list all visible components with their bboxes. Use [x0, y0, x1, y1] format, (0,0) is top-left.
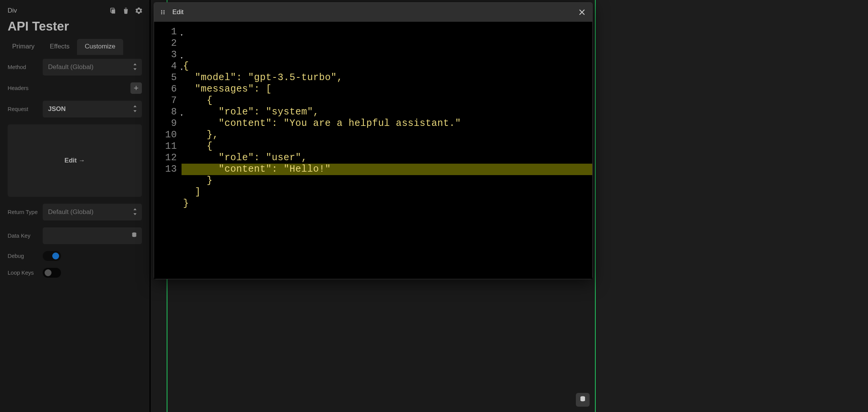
database-icon [131, 232, 137, 240]
gutter-line: 9 [154, 118, 182, 129]
gutter-line: 3▾ [154, 49, 182, 61]
select-request-type[interactable]: JSON [43, 101, 142, 117]
app-root: Div API Tester Primary Effects Customize [0, 0, 868, 412]
svg-point-6 [161, 13, 162, 14]
trash-icon[interactable] [122, 7, 130, 14]
empty-panels-column [596, 0, 868, 412]
row-data-key: Data Key [8, 227, 142, 244]
row-request: Request JSON [8, 101, 142, 117]
label-loop-keys: Loop Keys [8, 270, 43, 276]
code-line[interactable]: } [182, 198, 592, 209]
editor-title: Edit [172, 8, 183, 16]
chevron-updown-icon [133, 208, 137, 216]
code-line[interactable]: "model": "gpt-3.5-turbo", [182, 72, 592, 84]
drag-handle-icon[interactable] [160, 9, 166, 15]
gutter-line: 4▾ [154, 61, 182, 72]
close-icon[interactable] [578, 8, 586, 16]
chevron-updown-icon [133, 105, 137, 113]
customize-form: Method Default (Global) Headers + Reques… [0, 55, 149, 285]
data-panel-button[interactable] [576, 393, 590, 407]
inspector-header: Div [0, 0, 149, 16]
row-debug: Debug [8, 251, 142, 261]
label-return-type: Return Type [8, 209, 43, 215]
svg-point-8 [163, 11, 164, 13]
editor-code[interactable]: { "model": "gpt-3.5-turbo", "messages": … [182, 22, 592, 279]
gutter-line: 8▾ [154, 106, 182, 118]
code-line[interactable]: { [182, 95, 592, 106]
code-line[interactable]: "role": "system", [182, 106, 592, 118]
gutter-line: 12 [154, 152, 182, 164]
label-debug: Debug [8, 253, 43, 259]
gutter-line: 2 [154, 38, 182, 49]
input-data-key[interactable] [43, 227, 142, 244]
label-headers: Headers [8, 85, 43, 91]
gutter-line: 6 [154, 84, 182, 95]
select-return-type[interactable]: Default (Global) [43, 204, 142, 220]
request-body-edit-button[interactable]: Edit → [8, 124, 142, 197]
svg-point-9 [163, 13, 164, 14]
plus-icon: + [134, 83, 139, 93]
edit-button-label: Edit → [64, 157, 85, 164]
svg-point-4 [161, 10, 162, 11]
copy-icon[interactable] [109, 7, 117, 14]
label-data-key: Data Key [8, 233, 43, 239]
select-return-type-value: Default (Global) [48, 208, 93, 216]
code-line[interactable]: { [182, 61, 592, 72]
element-name: Div [8, 7, 17, 14]
code-line[interactable]: { [182, 141, 592, 152]
add-header-button[interactable]: + [130, 82, 142, 94]
gutter-line: 11 [154, 141, 182, 152]
svg-rect-0 [112, 10, 115, 14]
row-method: Method Default (Global) [8, 59, 142, 76]
inspector-header-actions [109, 7, 143, 14]
editor-titlebar: Edit [154, 3, 592, 22]
svg-point-5 [161, 11, 162, 13]
canvas-area: Edit 1▾23▾4▾5678▾910111213 { "model": "g… [151, 0, 596, 412]
code-line[interactable]: ] [182, 187, 592, 198]
row-return-type: Return Type Default (Global) [8, 204, 142, 220]
gutter-line: 7 [154, 95, 182, 106]
editor-gutter: 1▾23▾4▾5678▾910111213 [154, 22, 182, 279]
toggle-loop-keys[interactable] [43, 268, 61, 278]
code-line[interactable]: } [182, 175, 592, 187]
tab-primary[interactable]: Primary [5, 39, 42, 55]
select-request-value: JSON [48, 105, 66, 113]
code-line[interactable]: "content": "Hello!" [182, 164, 592, 175]
code-line[interactable]: "messages": [ [182, 84, 592, 95]
gutter-line: 10 [154, 129, 182, 141]
chevron-updown-icon [133, 63, 137, 71]
label-request: Request [8, 106, 43, 112]
code-line[interactable]: "content": "You are a helpful assistant.… [182, 118, 592, 129]
code-line[interactable]: "role": "user", [182, 152, 592, 164]
toggle-debug[interactable] [43, 251, 61, 261]
gutter-line: 5 [154, 72, 182, 84]
tab-effects[interactable]: Effects [42, 39, 77, 55]
gutter-line: 13 [154, 164, 182, 175]
gear-icon[interactable] [135, 7, 143, 14]
inspector-tabs: Primary Effects Customize [0, 39, 149, 55]
select-method-value: Default (Global) [48, 63, 93, 71]
code-editor-modal: Edit 1▾23▾4▾5678▾910111213 { "model": "g… [154, 2, 593, 279]
svg-point-7 [163, 10, 164, 11]
select-method[interactable]: Default (Global) [43, 59, 142, 76]
code-line[interactable]: }, [182, 129, 592, 141]
inspector-panel: Div API Tester Primary Effects Customize [0, 0, 151, 412]
row-loop-keys: Loop Keys [8, 268, 142, 278]
svg-rect-2 [125, 8, 127, 9]
gutter-line: 1▾ [154, 26, 182, 38]
tab-customize[interactable]: Customize [77, 39, 123, 55]
page-title: API Tester [0, 16, 149, 39]
label-method: Method [8, 64, 43, 70]
editor-body[interactable]: 1▾23▾4▾5678▾910111213 { "model": "gpt-3.… [154, 22, 592, 279]
row-headers: Headers + [8, 82, 142, 94]
database-icon [579, 396, 586, 404]
